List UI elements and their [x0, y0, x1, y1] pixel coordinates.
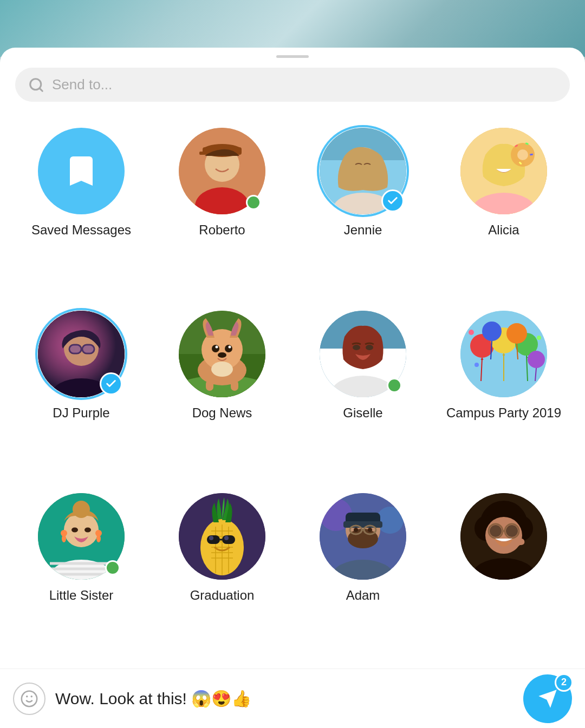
svg-point-39 — [225, 345, 232, 352]
contact-name-adam: Adam — [346, 587, 380, 604]
contact-name-campus-party: Campus Party 2019 — [446, 405, 561, 421]
contact-jennie[interactable]: Jennie — [292, 120, 433, 303]
avatar-wrapper-graduation — [179, 493, 265, 580]
contact-alicia[interactable]: Alicia — [433, 120, 574, 303]
contact-roberto[interactable]: Roberto — [152, 120, 292, 303]
contact-little-sister[interactable]: Little Sister — [11, 486, 152, 668]
svg-point-74 — [62, 535, 66, 542]
person-icon-dog-news — [179, 311, 265, 397]
online-indicator-roberto — [246, 195, 261, 210]
avatar-wrapper-dog-news — [179, 311, 265, 397]
share-sheet: Send to... Saved Messages — [0, 48, 585, 728]
contact-name-alicia: Alicia — [488, 222, 519, 238]
svg-rect-102 — [343, 521, 382, 528]
person-icon-campus-party — [460, 311, 547, 397]
contact-saved-messages[interactable]: Saved Messages — [11, 120, 152, 303]
person-icon-alicia — [460, 128, 547, 214]
svg-point-38 — [212, 345, 219, 352]
avatar-wrapper-giselle — [320, 311, 406, 397]
svg-point-61 — [528, 351, 545, 368]
avatar-adam — [320, 493, 406, 580]
avatar-wrapper-roberto — [179, 128, 265, 214]
avatar-saved-messages — [38, 128, 125, 214]
svg-point-120 — [22, 691, 37, 706]
send-button-wrapper: 2 — [523, 674, 572, 723]
avatar-wrapper-adam — [320, 493, 406, 580]
avatar-wrapper-campus-party — [460, 311, 547, 397]
svg-point-40 — [216, 345, 218, 348]
svg-point-97 — [376, 507, 404, 534]
search-bar[interactable]: Send to... — [15, 68, 570, 102]
avatar-wrapper-dj-purple — [38, 311, 125, 397]
svg-point-59 — [506, 323, 527, 344]
svg-point-42 — [218, 352, 226, 358]
person-icon-adam — [320, 493, 406, 580]
contacts-grid: Saved Messages — [0, 107, 585, 668]
svg-point-49 — [366, 345, 373, 350]
online-indicator-little-sister — [105, 560, 120, 575]
contact-giselle[interactable]: Giselle — [292, 303, 433, 486]
svg-point-72 — [73, 501, 90, 518]
svg-point-63 — [469, 330, 474, 335]
person-icon-graduation — [179, 493, 265, 580]
contact-name-little-sister: Little Sister — [49, 587, 114, 604]
svg-line-1 — [40, 88, 42, 90]
svg-point-100 — [348, 529, 378, 548]
svg-rect-7 — [199, 152, 205, 155]
smiley-icon — [20, 690, 38, 708]
message-text: Wow. Look at this! 😱😍👍 — [55, 689, 514, 708]
avatar-person4 — [460, 493, 547, 580]
svg-point-76 — [96, 535, 101, 542]
svg-point-48 — [353, 345, 360, 350]
contact-adam[interactable]: Adam — [292, 486, 433, 668]
contact-dog-news[interactable]: Dog News — [152, 303, 292, 486]
contact-name-graduation: Graduation — [190, 587, 255, 604]
contact-name-dj-purple: DJ Purple — [53, 405, 109, 421]
contact-person4[interactable] — [433, 486, 574, 668]
svg-point-93 — [209, 536, 213, 540]
svg-point-64 — [537, 336, 541, 340]
svg-point-65 — [474, 363, 479, 367]
svg-rect-90 — [207, 535, 220, 544]
avatar-wrapper-little-sister — [38, 493, 125, 580]
svg-point-57 — [482, 322, 502, 341]
svg-rect-91 — [222, 535, 235, 544]
contact-campus-party[interactable]: Campus Party 2019 — [433, 303, 574, 486]
check-icon-dj-purple — [105, 378, 117, 390]
contact-name-jennie: Jennie — [344, 222, 382, 238]
svg-point-77 — [72, 528, 78, 533]
bottom-bar: Wow. Look at this! 😱😍👍 2 — [0, 668, 585, 728]
svg-point-78 — [84, 528, 91, 533]
svg-point-94 — [224, 536, 229, 540]
svg-point-41 — [229, 345, 231, 348]
avatar-wrapper-person4 — [460, 493, 547, 580]
contact-dj-purple[interactable]: DJ Purple — [11, 303, 152, 486]
contact-name-dog-news: Dog News — [192, 405, 252, 421]
svg-point-119 — [506, 525, 518, 537]
bookmark-icon — [62, 152, 101, 191]
send-icon — [537, 688, 558, 710]
avatar-wrapper-jennie — [320, 128, 406, 214]
send-count-badge: 2 — [555, 673, 573, 692]
avatar-wrapper-saved-messages — [38, 128, 125, 214]
avatar-graduation — [179, 493, 265, 580]
svg-point-107 — [368, 528, 372, 532]
search-icon — [28, 77, 44, 93]
avatar-alicia — [460, 128, 547, 214]
avatar-dog-news — [179, 311, 265, 397]
svg-rect-35 — [206, 380, 213, 391]
selected-check-dj-purple — [100, 372, 122, 395]
contact-graduation[interactable]: Graduation — [152, 486, 292, 668]
svg-point-118 — [490, 525, 502, 537]
search-wrapper: Send to... — [0, 58, 585, 107]
svg-point-43 — [211, 362, 233, 377]
svg-point-17 — [517, 149, 528, 160]
search-placeholder: Send to... — [52, 76, 112, 93]
svg-rect-36 — [231, 380, 238, 391]
avatar-campus-party — [460, 311, 547, 397]
online-indicator-giselle — [387, 378, 402, 393]
contact-name-giselle: Giselle — [343, 405, 382, 421]
selected-check-jennie — [381, 189, 404, 212]
contact-name-roberto: Roberto — [199, 222, 245, 238]
emoji-button[interactable] — [13, 683, 46, 715]
